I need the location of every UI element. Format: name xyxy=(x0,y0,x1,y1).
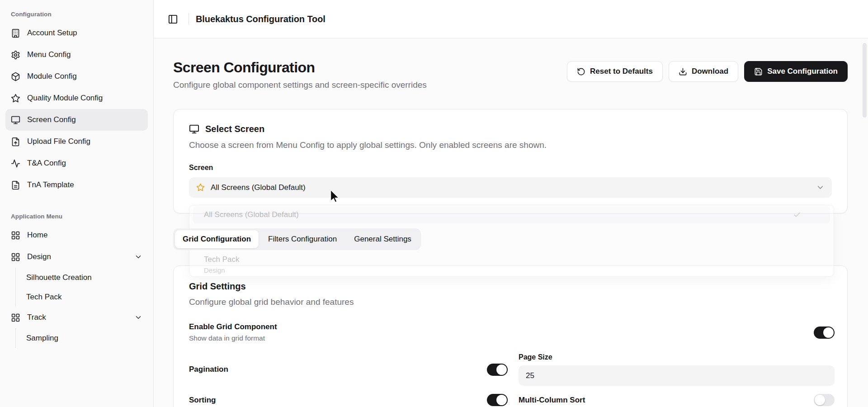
enable-grid-toggle[interactable] xyxy=(814,327,835,339)
app-window: Configuration Account Setup Menu Config … xyxy=(0,0,868,407)
sidebar-item-design[interactable]: Design xyxy=(5,246,148,268)
setting-row-pagination: Pagination Page Size xyxy=(189,353,835,386)
reset-to-defaults-button[interactable]: Reset to Defaults xyxy=(567,61,663,82)
sidebar-section-gap xyxy=(5,196,148,209)
settings-tabbar: Grid Configuration Filters Configuration… xyxy=(173,228,421,250)
sidebar-item-screen-config[interactable]: Screen Config xyxy=(5,109,148,131)
app-title: Bluekaktus Configuration Tool xyxy=(196,14,326,24)
monitor-icon xyxy=(11,115,20,125)
page-subtitle: Configure global component settings and … xyxy=(173,80,427,90)
sidebar-toggle-button[interactable] xyxy=(164,10,182,28)
page-header-text: Screen Configuration Configure global co… xyxy=(173,59,427,90)
sidebar-item-label: Module Config xyxy=(27,72,77,81)
star-icon xyxy=(196,183,205,192)
dropdown-group-label: Design xyxy=(204,266,225,274)
gear-icon xyxy=(11,50,20,60)
file-up-icon xyxy=(11,137,20,147)
dropdown-option-label: All Screens (Global Default) xyxy=(204,210,299,219)
screen-select-value: All Screens (Global Default) xyxy=(211,183,306,192)
setting-label: Enable Grid Component xyxy=(189,322,277,331)
layout-grid-icon xyxy=(11,252,20,262)
select-screen-description: Choose a screen from Menu Config to appl… xyxy=(189,140,832,150)
header-divider xyxy=(189,13,189,25)
monitor-icon xyxy=(189,124,199,134)
download-button-label: Download xyxy=(692,67,728,76)
sidebar-item-account-setup[interactable]: Account Setup xyxy=(5,22,148,44)
setting-label: Sorting xyxy=(189,396,487,405)
chevron-down-icon xyxy=(134,313,142,322)
sidebar-item-silhouette-creation[interactable]: Silhouette Creation xyxy=(26,268,148,287)
grid-settings-subtitle: Configure global grid behavior and featu… xyxy=(189,297,835,307)
download-icon xyxy=(679,67,687,76)
activity-icon xyxy=(11,159,20,168)
save-button-label: Save Configuration xyxy=(767,67,838,76)
sidebar-item-label: Design xyxy=(27,252,51,261)
page-header: Screen Configuration Configure global co… xyxy=(173,59,848,90)
setting-text: Pagination xyxy=(189,365,487,374)
grid-settings-card: Grid Settings Configure global grid beha… xyxy=(173,265,848,407)
dropdown-option-label: Tech Pack xyxy=(204,255,239,264)
save-icon xyxy=(754,67,763,76)
sidebar-item-track[interactable]: Track xyxy=(5,307,148,328)
setting-label: Pagination xyxy=(189,365,487,374)
sidebar-sublist-design: Silhouette Creation Tech Pack xyxy=(15,268,148,307)
panel-left-icon xyxy=(168,14,178,24)
sidebar-item-label: Menu Config xyxy=(27,50,71,59)
star-icon xyxy=(11,94,20,103)
pagination-toggle[interactable] xyxy=(487,364,508,376)
tab-grid-configuration[interactable]: Grid Configuration xyxy=(175,230,259,248)
sidebar-item-tna-template[interactable]: TnA Template xyxy=(5,174,148,196)
sidebar-section-configuration: Configuration xyxy=(5,7,148,22)
rotate-ccw-icon xyxy=(577,67,585,76)
sidebar-item-label: Track xyxy=(27,313,46,322)
sidebar-item-tech-pack[interactable]: Tech Pack xyxy=(26,287,148,307)
building-icon xyxy=(11,28,20,38)
chevron-down-icon xyxy=(134,253,142,261)
sidebar-item-label: T&A Config xyxy=(27,159,66,168)
scrollbar-thumb[interactable] xyxy=(863,43,867,118)
screen-field-label: Screen xyxy=(189,164,832,172)
sorting-toggle[interactable] xyxy=(487,394,508,406)
select-screen-title-row: Select Screen xyxy=(189,124,832,134)
page-size-field: Page Size xyxy=(519,353,835,386)
sidebar-item-module-config[interactable]: Module Config xyxy=(5,66,148,87)
sidebar: Configuration Account Setup Menu Config … xyxy=(0,0,154,407)
reset-button-label: Reset to Defaults xyxy=(590,67,653,76)
save-configuration-button[interactable]: Save Configuration xyxy=(744,61,848,82)
page-size-label: Page Size xyxy=(519,353,835,361)
dropdown-group-design: Design xyxy=(193,264,830,276)
setting-description: Show data in grid format xyxy=(189,334,277,342)
multi-column-sort-toggle[interactable] xyxy=(814,394,835,406)
setting-label: Multi-Column Sort xyxy=(519,396,585,405)
sidebar-section-application-menu: Application Menu xyxy=(5,209,148,224)
sidebar-item-ta-config[interactable]: T&A Config xyxy=(5,152,148,174)
select-screen-title: Select Screen xyxy=(205,124,264,134)
multi-column-sort-setting: Multi-Column Sort xyxy=(519,394,835,406)
select-screen-card: Select Screen Choose a screen from Menu … xyxy=(173,109,848,213)
sidebar-item-label: Upload File Config xyxy=(27,137,90,146)
tab-filters-configuration[interactable]: Filters Configuration xyxy=(260,230,344,248)
sidebar-item-quality-module-config[interactable]: Quality Module Config xyxy=(5,87,148,109)
chevron-down-icon xyxy=(816,183,825,192)
layout-grid-icon xyxy=(11,231,20,240)
sidebar-item-menu-config[interactable]: Menu Config xyxy=(5,44,148,66)
setting-text: Enable Grid Component Show data in grid … xyxy=(189,322,277,342)
screen-select-dropdown[interactable]: All Screens (Global Default) xyxy=(189,177,832,198)
sidebar-item-label: Account Setup xyxy=(27,28,77,38)
sidebar-item-label: Screen Config xyxy=(27,115,76,124)
sidebar-item-sampling[interactable]: Sampling xyxy=(26,328,148,348)
layout-grid-icon xyxy=(11,313,20,322)
top-bar: Bluekaktus Configuration Tool xyxy=(154,0,868,38)
setting-row-enable-grid: Enable Grid Component Show data in grid … xyxy=(189,322,835,342)
sidebar-item-upload-file-config[interactable]: Upload File Config xyxy=(5,131,148,152)
page-actions: Reset to Defaults Download Save Configur… xyxy=(567,61,848,82)
sidebar-item-label: Home xyxy=(27,231,47,240)
package-icon xyxy=(11,72,20,81)
tab-general-settings[interactable]: General Settings xyxy=(346,230,419,248)
download-button[interactable]: Download xyxy=(669,61,738,82)
sidebar-item-home[interactable]: Home xyxy=(5,224,148,246)
grid-settings-title: Grid Settings xyxy=(189,281,835,292)
page-size-input[interactable] xyxy=(519,365,835,386)
setting-row-sorting: Sorting Multi-Column Sort xyxy=(189,394,835,406)
dropdown-option-all-screens[interactable]: All Screens (Global Default) xyxy=(193,206,830,223)
